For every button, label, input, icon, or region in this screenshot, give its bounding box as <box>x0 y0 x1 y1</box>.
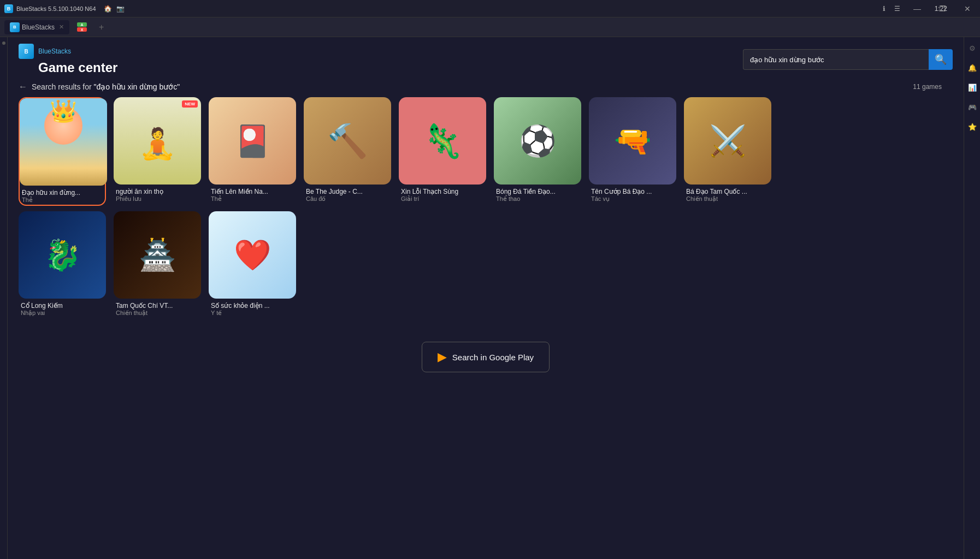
title-bar-icons: 🏠 📷 <box>104 5 125 13</box>
sidebar-icon-settings[interactable]: ⚙ <box>967 43 978 53</box>
game-name-tien-len: Tiến Lên Miền Na... <box>211 188 294 195</box>
game-genre-ba-dao: Chiến thuật <box>686 195 769 203</box>
close-button[interactable]: ✕ <box>955 0 980 17</box>
game-genre-be-judge: Câu đố <box>306 195 389 203</box>
main-container: B BlueStacks Game center 🔍 ← Search resu… <box>0 37 980 559</box>
game-card-bong-da[interactable]: ⚽ Bóng Đá Tiền Đạo... Thể thao <box>494 97 581 206</box>
game-info-nguoi-an-xin: người ăn xin thọ Phiêu lưu <box>114 185 201 204</box>
game-info-ten-cuop: Tên Cướp Bá Đạo ... Tác vụ <box>589 185 676 204</box>
game-info-tien-len: Tiến Lên Miền Na... Thẻ <box>209 185 296 204</box>
game-name-be-judge: Be The Judge - C... <box>306 188 389 195</box>
game-info-ba-dao: Bá Đạo Tam Quốc ... Chiến thuật <box>684 185 771 204</box>
game-card-ba-dao[interactable]: ⚔️ Bá Đạo Tam Quốc ... Chiến thuật <box>684 97 771 206</box>
sidebar-icon-star[interactable]: ⭐ <box>967 121 978 132</box>
game-name-co-long: Cổ Long Kiếm <box>21 302 104 310</box>
game-info-dao-huu: Đạo hữu xin đừng... Thẻ <box>20 186 105 205</box>
tab-bar: B BlueStacks ✕ A X + <box>0 17 980 37</box>
game-card-tam-quoc[interactable]: 🏯 Tam Quốc Chí VT... Chiến thuật <box>114 211 201 318</box>
bluestacks-logo: B <box>4 4 13 13</box>
left-sidebar <box>0 37 8 559</box>
game-name-xin-loi: Xin Lỗi Thạch Sùng <box>401 188 484 195</box>
gc-brand: B BlueStacks Game center <box>19 44 117 75</box>
game-card-dao-huu[interactable]: Đạo hữu xin đừng... Thẻ <box>19 97 106 206</box>
game-thumb-tien-len: 🎴 <box>209 97 296 185</box>
game-name-tam-quoc: Tam Quốc Chí VT... <box>116 302 199 310</box>
info-icon[interactable]: ℹ <box>878 0 890 17</box>
gc-brand-top: B BlueStacks <box>19 44 117 59</box>
right-sidebar: ⚙ 🔔 📊 🎮 ⭐ <box>964 37 980 559</box>
game-card-tien-len[interactable]: 🎴 Tiến Lên Miền Na... Thẻ <box>209 97 296 206</box>
game-genre-nguoi-an-xin: Phiêu lưu <box>116 195 199 203</box>
game-thumb-co-long: 🐉 <box>19 211 106 299</box>
game-info-tam-quoc: Tam Quốc Chí VT... Chiến thuật <box>114 299 201 318</box>
game-info-xin-loi: Xin Lỗi Thạch Sùng Giải trí <box>399 185 486 204</box>
title-bar-controls: ℹ ☰ — ❐ ✕ <box>878 0 980 17</box>
sidebar-icon-stats[interactable]: 📊 <box>967 82 978 93</box>
gc-title: Game center <box>38 60 117 75</box>
tab-close-icon[interactable]: ✕ <box>59 23 64 31</box>
games-row-1: Đạo hữu xin đừng... Thẻ 🧘 NEW người ăn x… <box>19 97 953 206</box>
google-play-button[interactable]: ▶ Search in Google Play <box>422 342 550 372</box>
google-play-icon: ▶ <box>438 350 447 364</box>
tab-bluestacks-label: BlueStacks <box>22 23 55 31</box>
dao-huu-art <box>20 98 107 186</box>
game-card-xin-loi[interactable]: 🦎 Xin Lỗi Thạch Sùng Giải trí <box>399 97 486 206</box>
home-icon[interactable]: 🏠 <box>104 5 112 13</box>
gc-brand-name: BlueStacks <box>38 47 71 55</box>
breadcrumb-prefix: Search results for "đạo hữu xin dừng bướ… <box>32 82 180 91</box>
menu-icon[interactable]: ☰ <box>890 0 905 17</box>
game-thumb-ba-dao: ⚔️ <box>684 97 771 185</box>
add-tab-button[interactable]: + <box>99 22 104 32</box>
game-thumb-be-judge: 🔨 <box>304 97 391 185</box>
new-badge: NEW <box>182 100 198 108</box>
breadcrumb-query: "đạo hữu xin dừng bước" <box>94 82 180 91</box>
gc-brand-icon: B <box>19 44 34 59</box>
game-genre-dao-huu: Thẻ <box>22 197 103 204</box>
game-thumb-dao-huu <box>20 98 107 186</box>
games-row-2: 🐉 Cổ Long Kiếm Nhập vai 🏯 Tam Quốc Chí V… <box>19 211 953 318</box>
game-genre-so-suc: Y tế <box>211 310 294 317</box>
game-genre-bong-da: Thể thao <box>496 195 579 203</box>
game-info-so-suc: Số sức khỏe điện ... Y tế <box>209 299 296 318</box>
tab-app[interactable]: A X <box>72 20 92 34</box>
game-name-bong-da: Bóng Đá Tiền Đạo... <box>496 188 579 195</box>
results-count: 11 games <box>913 83 942 91</box>
content-area: B BlueStacks Game center 🔍 ← Search resu… <box>8 37 964 559</box>
game-genre-ten-cuop: Tác vụ <box>591 195 674 203</box>
game-card-so-suc[interactable]: ❤️ Số sức khỏe điện ... Y tế <box>209 211 296 318</box>
search-bar: 🔍 <box>743 49 953 70</box>
camera-icon[interactable]: 📷 <box>116 5 125 13</box>
game-name-dao-huu: Đạo hữu xin đừng... <box>22 189 103 197</box>
game-thumb-tam-quoc: 🏯 <box>114 211 201 299</box>
game-thumb-xin-loi: 🦎 <box>399 97 486 185</box>
sidebar-dot <box>2 41 5 45</box>
game-thumb-so-suc: ❤️ <box>209 211 296 299</box>
sidebar-icon-notifications[interactable]: 🔔 <box>967 62 978 73</box>
game-info-bong-da: Bóng Đá Tiền Đạo... Thể thao <box>494 185 581 204</box>
game-info-be-judge: Be The Judge - C... Câu đố <box>304 185 391 204</box>
game-card-co-long[interactable]: 🐉 Cổ Long Kiếm Nhập vai <box>19 211 106 318</box>
sidebar-icon-gamepad[interactable]: 🎮 <box>967 102 978 112</box>
game-name-ten-cuop: Tên Cướp Bá Đạo ... <box>591 188 674 195</box>
search-input[interactable] <box>743 49 929 70</box>
games-grid: Đạo hữu xin đừng... Thẻ 🧘 NEW người ăn x… <box>8 97 964 318</box>
game-card-be-judge[interactable]: 🔨 Be The Judge - C... Câu đố <box>304 97 391 206</box>
ax-tab-icon: A X <box>77 22 87 32</box>
google-play-section: ▶ Search in Google Play <box>8 331 964 383</box>
game-thumb-bong-da: ⚽ <box>494 97 581 185</box>
minimize-button[interactable]: — <box>905 0 930 17</box>
game-thumb-ten-cuop: 🔫 <box>589 97 676 185</box>
game-name-so-suc: Số sức khỏe điện ... <box>211 302 294 310</box>
game-genre-tien-len: Thẻ <box>211 195 294 203</box>
back-button[interactable]: ← <box>19 82 27 92</box>
tab-bluestacks[interactable]: B BlueStacks ✕ <box>4 20 69 34</box>
game-info-co-long: Cổ Long Kiếm Nhập vai <box>19 299 106 318</box>
title-bar-app-name: BlueStacks 5.5.100.1040 N64 <box>16 5 96 12</box>
game-card-nguoi-an-xin[interactable]: 🧘 NEW người ăn xin thọ Phiêu lưu <box>114 97 201 206</box>
restore-button[interactable]: ❐ <box>930 0 955 17</box>
game-genre-xin-loi: Giải trí <box>401 195 484 203</box>
game-card-ten-cuop[interactable]: 🔫 Tên Cướp Bá Đạo ... Tác vụ <box>589 97 676 206</box>
game-genre-tam-quoc: Chiến thuật <box>116 310 199 317</box>
search-button[interactable]: 🔍 <box>929 49 953 70</box>
google-play-label: Search in Google Play <box>452 353 534 362</box>
